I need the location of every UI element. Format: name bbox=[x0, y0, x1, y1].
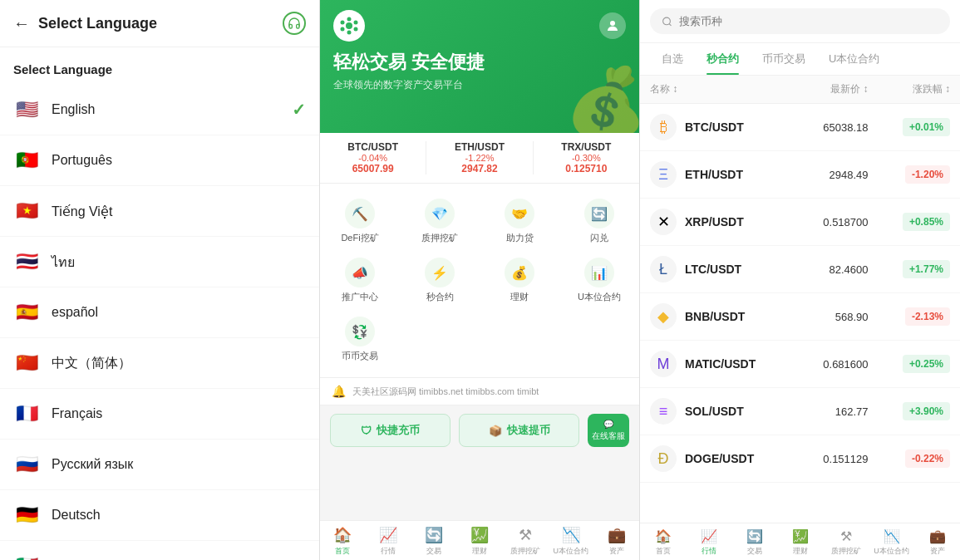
language-item[interactable]: 🇻🇳 Tiếng Việt bbox=[0, 186, 319, 237]
notice-bar: 🔔 天美社区源码网 timibbs.net timibbs.com timibt bbox=[320, 378, 639, 405]
nav-label: 交易 bbox=[426, 546, 441, 557]
market-row[interactable]: M MATIC/USDT 0.681600 +0.25% bbox=[640, 341, 960, 388]
market-row[interactable]: ◆ BNB/USDT 568.90 -2.13% bbox=[640, 293, 960, 341]
market-row[interactable]: Ð DOGE/USDT 0.151129 -0.22% bbox=[640, 435, 960, 483]
menu-label: 币币交易 bbox=[342, 350, 378, 362]
language-item[interactable]: 🇷🇺 Русский язык bbox=[0, 440, 319, 490]
menu-icon: 📣 bbox=[345, 258, 375, 287]
search-input[interactable] bbox=[679, 15, 938, 27]
market-nav-label: 首页 bbox=[656, 546, 671, 557]
change-badge: -1.20% bbox=[905, 165, 950, 184]
market-bottom-nav: 🏠 首页 📈 行情 🔄 交易 💹 理财 ⚒ 质押挖矿 📉 U本位合约 💼 资产 bbox=[640, 523, 960, 560]
nav-item[interactable]: 🔄 交易 bbox=[411, 526, 457, 557]
change-badge: +0.01% bbox=[903, 118, 950, 136]
menu-item[interactable]: 📣 推广中心 bbox=[320, 251, 400, 310]
menu-label: 质押挖矿 bbox=[421, 232, 458, 244]
menu-item[interactable]: 📊 U本位合约 bbox=[559, 251, 639, 310]
market-nav-icon: 📉 bbox=[884, 528, 900, 544]
menu-item[interactable]: ⚡ 秒合约 bbox=[400, 251, 480, 310]
svg-point-1 bbox=[347, 17, 352, 22]
market-nav-item[interactable]: 📉 U本位合约 bbox=[869, 528, 914, 557]
language-panel-title: Select Language bbox=[38, 15, 283, 32]
ticker-change: -0.04% bbox=[320, 153, 426, 163]
menu-item[interactable]: 🤝 助力贷 bbox=[480, 192, 559, 251]
coin-info: Ð DOGE/USDT bbox=[650, 445, 759, 472]
coin-icon: Ξ bbox=[650, 161, 677, 188]
market-tab[interactable]: 币币交易 bbox=[751, 43, 817, 75]
nav-label: 首页 bbox=[335, 546, 350, 557]
service-label: 在线客服 bbox=[592, 430, 625, 442]
ticker-item[interactable]: BTC/USDT -0.04% 65007.99 bbox=[320, 141, 426, 174]
nav-item[interactable]: 💼 资产 bbox=[593, 526, 639, 557]
market-tab[interactable]: 自选 bbox=[650, 43, 695, 75]
market-nav-item[interactable]: 💼 资产 bbox=[914, 528, 960, 557]
menu-label: 闪兑 bbox=[590, 232, 608, 244]
language-item[interactable]: 🇩🇪 Deutsch bbox=[0, 490, 319, 541]
market-nav-icon: 💼 bbox=[929, 528, 946, 544]
ticker-pair: ETH/USDT bbox=[426, 141, 532, 153]
user-avatar[interactable] bbox=[599, 12, 626, 39]
ticker-change: -0.30% bbox=[534, 153, 639, 163]
nav-label: 质押挖矿 bbox=[510, 546, 540, 557]
search-icon bbox=[662, 16, 672, 27]
language-item[interactable]: 🇺🇸 English ✓ bbox=[0, 85, 319, 135]
headset-icon[interactable] bbox=[283, 12, 306, 35]
language-item[interactable]: 🇫🇷 Français bbox=[0, 389, 319, 440]
market-nav-item[interactable]: 🏠 首页 bbox=[640, 528, 686, 557]
menu-item[interactable]: 💎 质押挖矿 bbox=[400, 192, 480, 251]
market-nav-label: 资产 bbox=[930, 546, 945, 557]
market-tab[interactable]: U本位合约 bbox=[817, 43, 891, 75]
menu-item[interactable]: ⛏️ DeFi挖矿 bbox=[320, 192, 400, 251]
chat-icon: 💬 bbox=[603, 420, 613, 429]
language-item[interactable]: 🇨🇳 中文（简体） bbox=[0, 338, 319, 389]
market-tab[interactable]: 秒合约 bbox=[695, 43, 751, 75]
market-nav-item[interactable]: 📈 行情 bbox=[686, 528, 731, 557]
coin-change: +0.01% bbox=[869, 118, 950, 136]
market-nav-item[interactable]: 🔄 交易 bbox=[731, 528, 777, 557]
language-item[interactable]: 🇪🇸 español bbox=[0, 287, 319, 338]
nav-label: 行情 bbox=[381, 546, 396, 557]
nav-item[interactable]: 🏠 首页 bbox=[320, 526, 366, 557]
coin-change: +0.85% bbox=[869, 213, 950, 231]
coin-price: 162.77 bbox=[759, 405, 868, 418]
nav-item[interactable]: 💹 理财 bbox=[457, 526, 503, 557]
svg-point-3 bbox=[341, 21, 345, 25]
flag-icon: 🇮🇹 bbox=[13, 553, 40, 560]
back-button[interactable]: ← bbox=[13, 14, 30, 33]
coin-info: ✕ XRP/USDT bbox=[650, 209, 759, 235]
banner-top bbox=[320, 0, 639, 48]
ticker-item[interactable]: ETH/USDT -1.22% 2947.82 bbox=[426, 141, 533, 174]
nav-item[interactable]: 📉 U本位合约 bbox=[548, 526, 593, 557]
language-item[interactable]: 🇹🇭 ไทย bbox=[0, 237, 319, 287]
market-nav-item[interactable]: 💹 理财 bbox=[777, 528, 823, 557]
change-badge: +0.85% bbox=[903, 213, 950, 231]
market-row[interactable]: ≡ SOL/USDT 162.77 +3.90% bbox=[640, 388, 960, 435]
market-row[interactable]: Ξ ETH/USDT 2948.49 -1.20% bbox=[640, 151, 960, 199]
coin-change: -0.22% bbox=[869, 449, 950, 468]
market-row[interactable]: Ł LTC/USDT 82.4600 +1.77% bbox=[640, 246, 960, 293]
withdraw-button[interactable]: 📦 快速提币 bbox=[459, 414, 579, 447]
menu-item[interactable]: 💰 理财 bbox=[480, 251, 559, 310]
nav-item[interactable]: 📈 行情 bbox=[366, 526, 411, 557]
market-nav-icon: ⚒ bbox=[840, 528, 852, 544]
menu-icon: ⛏️ bbox=[345, 199, 375, 228]
menu-item[interactable]: 🔄 闪兑 bbox=[559, 192, 639, 251]
menu-icon: 💎 bbox=[425, 199, 455, 228]
nav-item[interactable]: ⚒ 质押挖矿 bbox=[502, 526, 548, 557]
menu-item[interactable]: 💱 币币交易 bbox=[320, 310, 400, 369]
language-item[interactable]: 🇵🇹 Português bbox=[0, 135, 319, 186]
language-name: Français bbox=[52, 406, 306, 421]
language-item[interactable]: 🇮🇹 Italian bbox=[0, 541, 319, 560]
language-name: Tiếng Việt bbox=[52, 204, 306, 219]
flag-icon: 🇪🇸 bbox=[13, 299, 40, 326]
market-nav-item[interactable]: ⚒ 质押挖矿 bbox=[823, 528, 869, 557]
market-row[interactable]: ✕ XRP/USDT 0.518700 +0.85% bbox=[640, 199, 960, 246]
coin-price: 65038.18 bbox=[759, 121, 868, 134]
deposit-button[interactable]: 🛡 快捷充币 bbox=[330, 414, 450, 447]
market-search bbox=[640, 0, 960, 43]
ticker-pair: BTC/USDT bbox=[320, 141, 426, 153]
coin-name: XRP/USDT bbox=[685, 215, 744, 228]
ticker-item[interactable]: TRX/USDT -0.30% 0.125710 bbox=[534, 141, 639, 174]
service-button[interactable]: 💬 在线客服 bbox=[588, 414, 629, 447]
market-row[interactable]: ₿ BTC/USDT 65038.18 +0.01% bbox=[640, 104, 960, 151]
